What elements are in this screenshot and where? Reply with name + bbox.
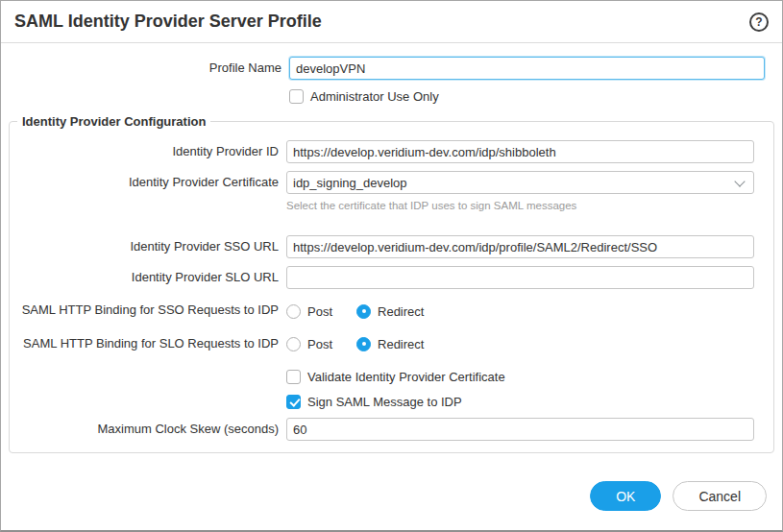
idp-id-label: Identity Provider ID: [10, 144, 286, 159]
identity-provider-configuration-group: Identity Provider Configuration Identity…: [9, 114, 774, 453]
sso-url-row: Identity Provider SSO URL: [10, 235, 754, 258]
slo-binding-redirect-radio[interactable]: [356, 337, 371, 351]
clock-skew-row: Maximum Clock Skew (seconds): [10, 418, 754, 441]
slo-binding-row: SAML HTTP Binding for SLO Requests to ID…: [10, 335, 754, 352]
idp-certificate-label: Identity Provider Certificate: [10, 175, 286, 190]
sso-binding-post-radio[interactable]: [286, 304, 301, 319]
profile-name-input[interactable]: [289, 57, 765, 80]
help-icon[interactable]: ?: [749, 12, 769, 32]
idp-certificate-row: Identity Provider Certificate idp_signin…: [10, 171, 754, 194]
profile-name-label: Profile Name: [1, 60, 289, 76]
dialog-header: SAML Identity Provider Server Profile ?: [1, 1, 782, 43]
dialog-title: SAML Identity Provider Server Profile: [14, 12, 322, 32]
sign-saml-row: Sign SAML Message to IDP: [10, 393, 754, 410]
slo-binding-post-radio[interactable]: [286, 337, 301, 351]
idp-id-row: Identity Provider ID: [10, 140, 754, 163]
admin-use-only-checkbox[interactable]: [289, 89, 304, 104]
sso-url-input[interactable]: [286, 235, 754, 258]
clock-skew-label: Maximum Clock Skew (seconds): [10, 422, 286, 437]
idp-certificate-hint: Select the certificate that IDP uses to …: [286, 199, 754, 212]
dialog-footer: OK Cancel: [590, 481, 767, 511]
sso-binding-label: SAML HTTP Binding for SSO Requests to ID…: [10, 302, 286, 318]
sso-binding-row: SAML HTTP Binding for SSO Requests to ID…: [10, 302, 754, 320]
slo-url-label: Identity Provider SLO URL: [10, 270, 286, 285]
validate-cert-checkbox[interactable]: [286, 370, 301, 384]
admin-use-only-row: Administrator Use Only: [1, 87, 765, 105]
validate-cert-row: Validate Identity Provider Certificate: [10, 368, 754, 385]
sign-saml-label[interactable]: Sign SAML Message to IDP: [307, 395, 462, 409]
sso-url-label: Identity Provider SSO URL: [10, 239, 286, 254]
saml-idp-server-profile-dialog: SAML Identity Provider Server Profile ? …: [0, 0, 783, 532]
idp-certificate-hint-row: Select the certificate that IDP uses to …: [10, 202, 754, 228]
profile-name-row: Profile Name: [1, 57, 765, 80]
chevron-down-icon: [736, 178, 745, 186]
group-title: Identity Provider Configuration: [17, 114, 210, 129]
admin-use-only-label[interactable]: Administrator Use Only: [310, 89, 439, 104]
dialog-body: Profile Name Administrator Use Only Iden…: [1, 43, 782, 453]
cancel-button[interactable]: Cancel: [673, 481, 767, 511]
slo-binding-post-label[interactable]: Post: [307, 337, 332, 351]
sso-binding-redirect-label[interactable]: Redirect: [378, 304, 424, 319]
slo-binding-redirect-label[interactable]: Redirect: [378, 337, 424, 351]
sso-binding-redirect-radio[interactable]: [356, 304, 371, 319]
slo-url-input[interactable]: [286, 266, 754, 289]
idp-certificate-select[interactable]: idp_signing_develop: [286, 171, 754, 194]
slo-url-row: Identity Provider SLO URL: [10, 266, 754, 289]
clock-skew-input[interactable]: [286, 418, 754, 441]
slo-binding-label: SAML HTTP Binding for SLO Requests to ID…: [10, 336, 286, 351]
idp-certificate-value: idp_signing_develop: [293, 176, 407, 190]
validate-cert-label[interactable]: Validate Identity Provider Certificate: [307, 370, 505, 384]
ok-button[interactable]: OK: [590, 481, 661, 511]
sso-binding-post-label[interactable]: Post: [307, 304, 332, 319]
sign-saml-checkbox[interactable]: [286, 395, 301, 409]
idp-id-input[interactable]: [286, 140, 754, 163]
